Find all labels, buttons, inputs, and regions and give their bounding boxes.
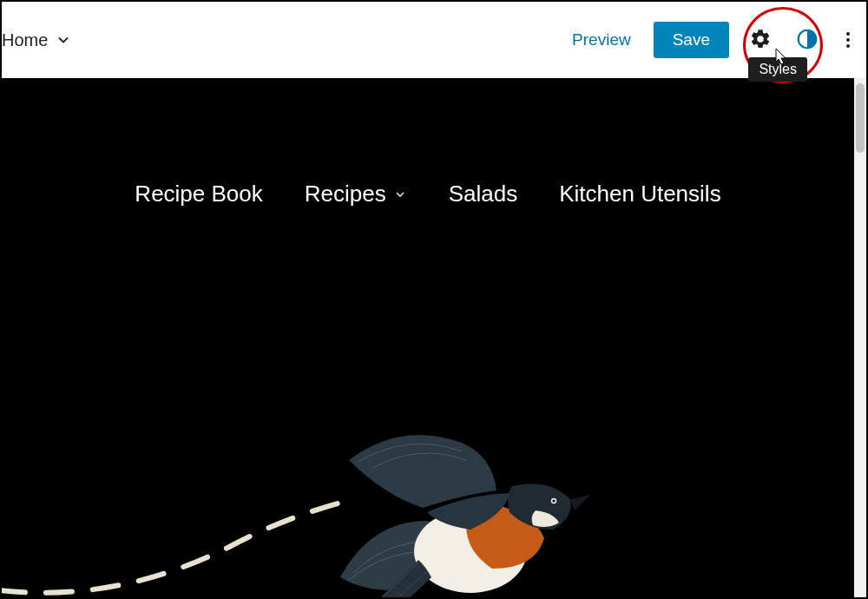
site-navigation: Recipe Book Recipes Salads Kitchen Utens…: [2, 181, 854, 207]
template-label: Home: [2, 30, 48, 50]
more-vertical-icon: [838, 30, 858, 50]
save-button[interactable]: Save: [654, 22, 729, 58]
template-selector[interactable]: Home: [2, 30, 72, 50]
nav-item-recipes[interactable]: Recipes: [305, 181, 407, 207]
gear-icon: [749, 28, 772, 53]
nav-item-recipe-book[interactable]: Recipe Book: [135, 181, 262, 207]
vertical-scrollbar[interactable]: [854, 78, 866, 597]
chevron-down-icon: [55, 31, 72, 49]
nav-item-label: Salads: [449, 181, 518, 207]
styles-button[interactable]: [792, 24, 823, 56]
svg-point-3: [552, 499, 555, 502]
contrast-icon: [796, 28, 819, 53]
nav-item-label: Kitchen Utensils: [559, 181, 720, 207]
nav-item-label: Recipes: [305, 181, 386, 207]
scrollbar-thumb[interactable]: [856, 83, 865, 153]
preview-button[interactable]: Preview: [565, 25, 638, 55]
topbar-actions: Preview Save: [565, 22, 858, 58]
nav-item-salads[interactable]: Salads: [449, 181, 518, 207]
nav-item-kitchen-utensils[interactable]: Kitchen Utensils: [559, 181, 720, 207]
nav-item-label: Recipe Book: [135, 181, 262, 207]
editor-canvas[interactable]: Recipe Book Recipes Salads Kitchen Utens…: [2, 78, 854, 597]
editor-topbar: Home Preview Save: [2, 2, 866, 78]
chevron-down-icon: [393, 181, 407, 207]
dashed-trail-decoration: [2, 486, 359, 597]
settings-button[interactable]: [745, 24, 776, 56]
more-options-button[interactable]: [838, 24, 858, 56]
